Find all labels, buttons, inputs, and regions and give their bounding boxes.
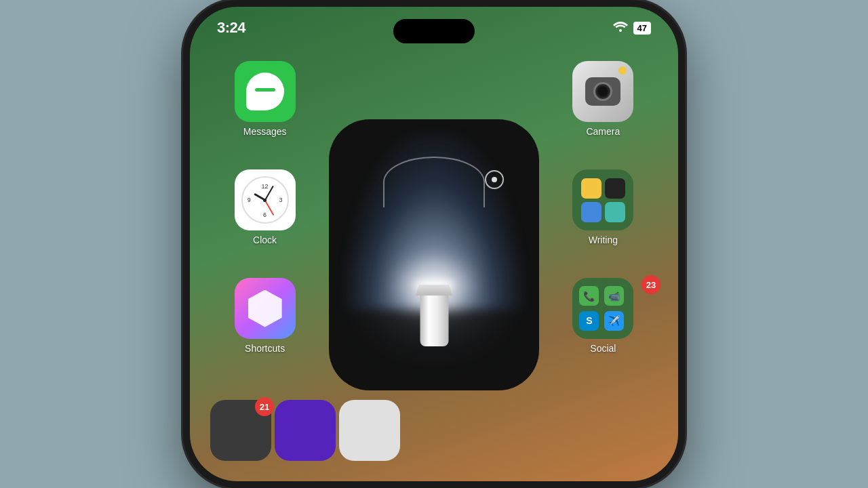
phone-screen: 3:24 47 bbox=[190, 7, 678, 481]
app-writing-folder[interactable]: Writing bbox=[549, 169, 658, 245]
writing-label: Writing bbox=[589, 235, 618, 245]
camera-label: Camera bbox=[586, 126, 620, 137]
phone-frame: 3:24 47 bbox=[183, 0, 685, 488]
scene: 3:24 47 bbox=[0, 0, 868, 488]
social-badge: 23 bbox=[642, 275, 660, 294]
shortcuts-label: Shortcuts bbox=[245, 343, 285, 354]
bottom-app-1[interactable]: 21 bbox=[210, 400, 271, 461]
status-bar: 3:24 47 bbox=[217, 19, 651, 37]
brightness-control[interactable] bbox=[485, 170, 504, 189]
social-label: Social bbox=[590, 343, 616, 354]
bottom-app-3[interactable] bbox=[339, 400, 400, 461]
status-icons: 47 bbox=[613, 21, 651, 35]
flashlight-overlay[interactable] bbox=[329, 119, 539, 390]
app-shortcuts[interactable]: Shortcuts bbox=[210, 278, 319, 354]
flashlight-arc bbox=[383, 157, 485, 207]
battery-badge: 47 bbox=[633, 22, 651, 35]
torch-body bbox=[416, 285, 453, 346]
app-camera[interactable]: Camera bbox=[549, 61, 658, 137]
bottom-app-2[interactable] bbox=[275, 400, 336, 461]
clock-label: Clock bbox=[253, 235, 277, 245]
phone-body: 3:24 47 bbox=[183, 0, 685, 488]
status-time: 3:24 bbox=[217, 19, 245, 37]
messages-label: Messages bbox=[243, 126, 287, 137]
wifi-icon bbox=[613, 21, 628, 35]
app-social-folder[interactable]: 📞 📹 S ✈️ 23 Social bbox=[549, 278, 658, 354]
bottom-badge: 21 bbox=[255, 397, 274, 416]
svg-point-0 bbox=[619, 29, 622, 32]
app-clock[interactable]: 12 3 6 9 bbox=[210, 169, 319, 245]
app-messages[interactable]: Messages bbox=[210, 61, 319, 137]
